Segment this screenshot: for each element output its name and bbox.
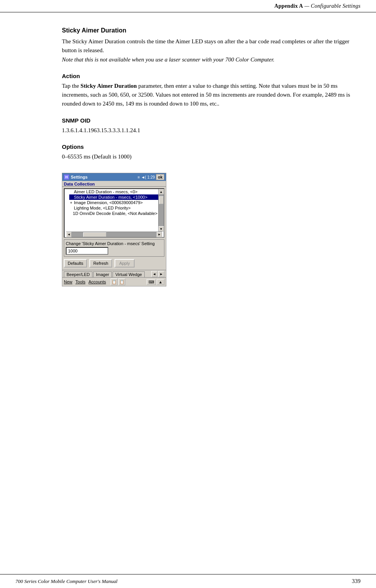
tree-item-lighting[interactable]: Lighting Mode, <LED Priority> xyxy=(69,205,158,211)
titlebar-left: H Settings xyxy=(64,174,87,180)
tree-expander-3: + xyxy=(70,201,74,205)
h-scroll-left-btn[interactable]: ◄ xyxy=(66,232,72,237)
appendix-label: Appendix A xyxy=(274,3,303,9)
menu-icon-group: 📋 📋 xyxy=(111,278,125,285)
h-scrollbar: ◄ ► xyxy=(66,232,162,237)
scroll-up-menu-btn[interactable]: ▲ xyxy=(157,279,164,285)
apply-button[interactable]: Apply xyxy=(115,259,135,268)
section2-body: Tap the Sticky Aimer Duration parameter,… xyxy=(62,82,361,109)
screenshot-titlebar: H Settings ≡ ◄( 1:29 ok xyxy=(62,173,166,181)
titlebar-icon-label: H xyxy=(65,175,68,179)
menu-icon-1[interactable]: 📋 xyxy=(111,278,118,285)
scroll-down-btn[interactable]: ▼ xyxy=(159,226,164,232)
tree-item-label-2: Sticky Aimer Duration - msecs, <1000> xyxy=(74,195,147,199)
h-scroll-thumb[interactable] xyxy=(83,232,106,237)
tree-item-label-1: Aimer LED Duration - msecs, <0> xyxy=(74,189,137,194)
tab-beeper-led-label: Beeper/LED xyxy=(67,272,90,277)
tree-scrollbar: ▲ ▼ xyxy=(158,189,164,232)
bold-phrase: Sticky Aimer Duration xyxy=(80,83,137,89)
ok-button[interactable]: ok xyxy=(156,174,164,180)
section1-title: Sticky Aimer Duration xyxy=(62,27,361,34)
data-collection-tab: Data Collection xyxy=(64,182,95,186)
footer-right: 339 xyxy=(352,578,361,585)
section1-body2: Note that this is not available when you… xyxy=(62,56,275,63)
tab-nav-next[interactable]: ► xyxy=(158,271,164,277)
section-tabbar: Data Collection xyxy=(62,181,166,187)
bottom-menu: New Tools Accounts 📋 📋 ⌨ ▲ xyxy=(62,277,166,286)
titlebar-sound-icon: ◄( xyxy=(141,175,146,179)
refresh-button[interactable]: Refresh xyxy=(89,259,112,268)
tree-area: Aimer LED Duration - msecs, <0> Sticky A… xyxy=(64,188,164,238)
h-scroll-right-btn[interactable]: ► xyxy=(157,232,162,237)
section2-title: Action xyxy=(62,73,361,79)
settings-panel: Change 'Sticky Aimer Duration - msecs' S… xyxy=(64,239,164,257)
buttons-row: Defaults Refresh Apply xyxy=(64,259,164,268)
keyboard-icon-group: ⌨ ▲ xyxy=(147,279,164,285)
section4-title: Options xyxy=(62,143,361,150)
tree-item-label-3: Image Dimension, <000639000479> xyxy=(74,200,143,205)
scroll-up-btn[interactable]: ▲ xyxy=(159,189,164,194)
tab-virtual-wedge-label: Virtual Wedge xyxy=(115,272,142,277)
titlebar-right: ≡ ◄( 1:29 ok xyxy=(138,174,164,180)
scrollbar-track xyxy=(159,194,164,226)
section3-body: 1.3.6.1.4.1.1963.15.3.3.3.1.1.24.1 xyxy=(62,126,361,135)
settings-input[interactable] xyxy=(66,247,108,255)
tree-item-label-4: Lighting Mode, <LED Priority> xyxy=(74,206,131,210)
settings-label-text: Change 'Sticky Aimer Duration - msecs' S… xyxy=(66,241,155,246)
section1-body: The Sticky Aimer Duration controls the t… xyxy=(62,37,361,64)
tree-item-omnidir[interactable]: 1D OmniDir Decode Enable, <Not Available… xyxy=(69,211,158,216)
tab-nav-prev[interactable]: ◄ xyxy=(151,271,157,277)
scrollbar-thumb[interactable] xyxy=(159,196,164,204)
header-separator: — xyxy=(304,3,309,9)
titlebar-signal-icon: ≡ xyxy=(138,175,140,179)
page-footer: 700 Series Color Mobile Computer User's … xyxy=(0,574,376,588)
tab-imager[interactable]: Imager xyxy=(93,271,112,277)
tab-nav-buttons: ◄ ► xyxy=(151,271,164,277)
titlebar-title: Settings xyxy=(71,175,87,179)
tab-virtual-wedge[interactable]: Virtual Wedge xyxy=(113,271,145,277)
section3-title: SNMP OID xyxy=(62,117,361,124)
tree-content: Aimer LED Duration - msecs, <0> Sticky A… xyxy=(65,189,158,232)
menu-tools[interactable]: Tools xyxy=(75,280,85,284)
titlebar-time: 1:29 xyxy=(147,175,155,179)
tree-item-aimer-led[interactable]: Aimer LED Duration - msecs, <0> xyxy=(69,189,158,194)
defaults-button[interactable]: Defaults xyxy=(64,259,87,268)
h-scroll-track xyxy=(72,232,157,237)
menu-icon-2[interactable]: 📋 xyxy=(118,278,125,285)
tree-item-sticky-aimer[interactable]: Sticky Aimer Duration - msecs, <1000> xyxy=(69,194,158,200)
tab-beeper-led[interactable]: Beeper/LED xyxy=(64,271,92,277)
section1-body1: The Sticky Aimer Duration controls the t… xyxy=(62,38,349,53)
settings-panel-label: Change 'Sticky Aimer Duration - msecs' S… xyxy=(66,241,162,246)
page-header: Appendix A — Configurable Settings xyxy=(0,0,376,12)
tree-item-image-dim[interactable]: + Image Dimension, <000639000479> xyxy=(69,200,158,205)
settings-app-icon: H xyxy=(64,174,69,180)
tree-item-label-5: 1D OmniDir Decode Enable, <Not Available… xyxy=(73,211,157,216)
header-text: Appendix A — Configurable Settings xyxy=(274,3,361,9)
menu-accounts[interactable]: Accounts xyxy=(89,280,106,284)
keyboard-button[interactable]: ⌨ xyxy=(147,279,156,285)
tree-scroll: Aimer LED Duration - msecs, <0> Sticky A… xyxy=(65,189,164,232)
menu-new[interactable]: New xyxy=(64,280,72,284)
bottom-tabs: Beeper/LED Imager Virtual Wedge ◄ ► xyxy=(62,270,166,277)
header-title: Configurable Settings xyxy=(311,3,361,9)
section4-body: 0–65535 ms (Default is 1000) xyxy=(62,152,361,161)
footer-left: 700 Series Color Mobile Computer User's … xyxy=(15,578,118,585)
screenshot-container: H Settings ≡ ◄( 1:29 ok Data Collection xyxy=(62,173,166,286)
tab-imager-label: Imager xyxy=(96,272,109,277)
main-content: Sticky Aimer Duration The Sticky Aimer D… xyxy=(62,15,361,286)
